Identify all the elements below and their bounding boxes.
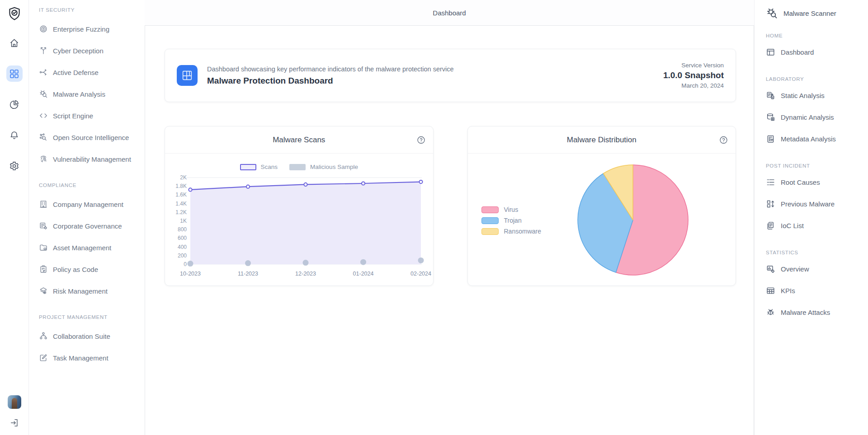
legend-item-scans[interactable]: Scans <box>240 164 278 170</box>
svg-text:1.4K: 1.4K <box>175 201 187 207</box>
legend-label: Trojan <box>504 217 522 224</box>
sidebar-item-label: Script Engine <box>53 112 93 120</box>
rightbar-section-title: HOME <box>766 33 868 38</box>
help-icon[interactable] <box>719 135 728 145</box>
org-icon <box>39 332 48 341</box>
card-header: Malware Scans <box>165 126 433 154</box>
edit-square-icon <box>39 353 48 362</box>
main-area: Dashboard Dashboard showcasing key perfo… <box>145 0 754 435</box>
svg-text:02-2024: 02-2024 <box>410 271 431 277</box>
help-icon[interactable] <box>416 135 426 145</box>
shield-check-logo-icon <box>7 6 22 21</box>
sidebar-item-enterprise-fuzzing[interactable]: Enterprise Fuzzing <box>39 18 145 40</box>
legend-swatch <box>289 164 306 170</box>
sidebar-item-label: Policy as Code <box>53 266 98 273</box>
logout-button[interactable] <box>8 416 21 430</box>
legend-swatch <box>481 217 499 224</box>
legend-swatch <box>481 228 499 235</box>
sidebar-section-title: COMPLIANCE <box>39 182 145 188</box>
rightbar-item-root-causes[interactable]: Root Causes <box>766 171 868 193</box>
osint-icon <box>39 133 48 142</box>
bell-icon <box>9 130 19 140</box>
layout-icon <box>181 69 193 82</box>
svg-text:1.8K: 1.8K <box>175 183 187 189</box>
card-title: Malware Scans <box>273 136 325 145</box>
overview-texts: Dashboard showcasing key performance ind… <box>207 65 454 86</box>
rail-button-gear[interactable] <box>6 158 23 174</box>
service-version-block: Service Version 1.0.0 Snapshot March 20,… <box>663 62 724 89</box>
rightbar-brand-label: Malware Scanner <box>783 9 836 17</box>
sidebar-item-corporate-governance[interactable]: Corporate Governance <box>39 215 145 237</box>
rightbar-item-overview[interactable]: Overview <box>766 258 868 280</box>
service-version-label: Service Version <box>663 62 724 69</box>
rightbar-section-statistics: STATISTICSOverviewKPIsMalware Attacks <box>766 250 868 323</box>
sidebar-item-label: Malware Analysis <box>53 90 105 98</box>
sidebar-item-open-source-intelligence[interactable]: Open Source Intelligence <box>39 126 145 148</box>
list-gear-icon <box>39 221 48 230</box>
line-chart: 02004006008001K1.2K1.4K1.6K1.8K2K10-2023… <box>165 174 433 281</box>
sidebar-section-compliance: COMPLIANCECompany ManagementCorporate Go… <box>39 182 145 302</box>
box-arrows-icon <box>766 199 775 209</box>
pie-chart <box>573 160 693 280</box>
legend-item-trojan[interactable]: Trojan <box>481 217 541 224</box>
clipboard-icon <box>39 265 48 274</box>
sidebar-item-label: Company Management <box>53 201 123 208</box>
svg-text:1.2K: 1.2K <box>175 209 187 215</box>
icon-rail <box>0 0 29 435</box>
card-title: Malware Distribution <box>567 136 637 145</box>
legend-item-ransomware[interactable]: Ransomware <box>481 228 541 235</box>
logout-icon <box>9 418 19 428</box>
user-avatar[interactable] <box>8 395 21 409</box>
sidebar-item-vulnerability-management[interactable]: Vulnerability Management <box>39 148 145 170</box>
rightbar-item-malware-attacks[interactable]: Malware Attacks <box>766 301 868 323</box>
rightbar-item-label: Overview <box>781 265 809 273</box>
rightbar-item-static-analysis[interactable]: Static Analysis <box>766 84 868 106</box>
target-icon <box>39 24 48 33</box>
sidebar-item-task-management[interactable]: Task Management <box>39 347 145 369</box>
building-icon <box>39 200 48 209</box>
rightbar-item-metadata-analysis[interactable]: Metadata Analysis <box>766 128 868 150</box>
rightbar-item-ioc-list[interactable]: IoC List <box>766 215 868 236</box>
right-sidebar: Malware Scanner HOMEDashboardLABORATORYS… <box>754 0 868 435</box>
rightbar-item-label: Static Analysis <box>781 92 825 99</box>
rightbar-item-previous-malware[interactable]: Previous Malware <box>766 193 868 215</box>
overview-icon <box>766 264 775 274</box>
rail-button-home[interactable] <box>6 35 23 51</box>
sidebar-item-cyber-deception[interactable]: Cyber Deception <box>39 40 145 61</box>
grid-icon <box>9 69 19 79</box>
fingerprint-icon <box>39 154 48 164</box>
rightbar-section-home: HOMEDashboard <box>766 33 868 63</box>
svg-text:400: 400 <box>178 244 187 250</box>
rightbar-section-title: STATISTICS <box>766 250 868 255</box>
sidebar-item-script-engine[interactable]: Script Engine <box>39 105 145 126</box>
rail-button-grid[interactable] <box>6 65 23 82</box>
sidebar-item-company-management[interactable]: Company Management <box>39 193 145 215</box>
svg-text:800: 800 <box>178 226 187 233</box>
sidebar-item-policy-as-code[interactable]: Policy as Code <box>39 258 145 280</box>
rightbar-item-dashboard[interactable]: Dashboard <box>766 41 868 63</box>
legend-item-virus[interactable]: Virus <box>481 206 541 213</box>
sidebar-item-asset-management[interactable]: Asset Management <box>39 237 145 258</box>
sidebar-item-malware-analysis[interactable]: Malware Analysis <box>39 83 145 105</box>
rightbar-section-laboratory: LABORATORYStatic AnalysisDynamic Analysi… <box>766 76 868 150</box>
rail-button-bell[interactable] <box>6 127 23 143</box>
list-icon <box>766 178 775 187</box>
db-grid-icon <box>766 112 775 122</box>
rail-button-pie-chart[interactable] <box>6 96 23 112</box>
rightbar-brand: Malware Scanner <box>766 7 868 19</box>
legend-item-malicious-sample[interactable]: Malicious Sample <box>289 164 358 170</box>
rightbar-item-dynamic-analysis[interactable]: Dynamic Analysis <box>766 106 868 128</box>
rightbar-item-kpis[interactable]: KPIs <box>766 280 868 301</box>
sidebar-item-collaboration-suite[interactable]: Collaboration Suite <box>39 325 145 347</box>
doc-meta-icon <box>766 134 775 144</box>
rightbar-item-label: KPIs <box>781 287 795 295</box>
malware-scans-card: Malware Scans ScansMalicious Sample 0200… <box>165 126 434 286</box>
dashboard-layout-icon-badge <box>177 65 198 86</box>
sidebar-item-active-defense[interactable]: Active Defense <box>39 61 145 83</box>
sidebar-item-label: Asset Management <box>53 244 111 252</box>
sidebar-item-risk-management[interactable]: Risk Management <box>39 280 145 302</box>
pie-chart-body: VirusTrojanRansomware <box>468 154 736 286</box>
folder-icon <box>39 243 48 252</box>
svg-text:2K: 2K <box>180 174 187 181</box>
rail-nav <box>6 35 23 188</box>
